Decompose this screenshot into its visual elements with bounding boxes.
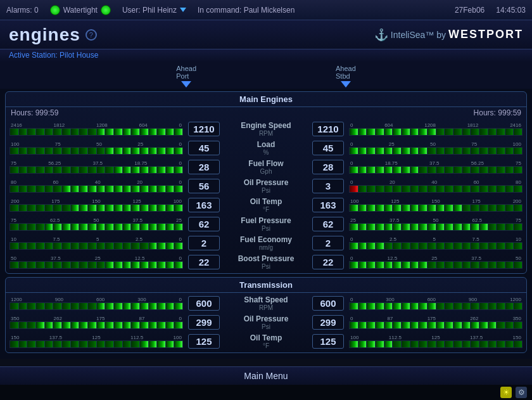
scale-left: 150137.5125112.5100	[10, 335, 183, 340]
bar-left: 150137.5125112.5100	[10, 335, 183, 348]
bar-right: 2537.55062.575	[349, 217, 522, 231]
center-value-right: 163	[307, 198, 349, 212]
value-right: 600	[312, 296, 344, 311]
center-value-left: 28	[183, 160, 225, 174]
scale-right: 100112.5125137.5150	[349, 335, 522, 340]
value-left: 56	[188, 179, 220, 193]
value-right: 28	[312, 160, 344, 174]
scale-left: 107.552.50	[10, 236, 183, 242]
bar-right: 100112.5125137.5150	[349, 335, 522, 348]
user-label: User: Phil Heinz	[122, 6, 177, 15]
engine-row: 5037.52512.50 22 Boost Pressure Psi 22 0…	[10, 253, 522, 271]
stbd-label: AheadStbd	[336, 65, 356, 80]
value-left: 125	[188, 334, 220, 349]
page-title: engines	[9, 25, 80, 45]
scale-left: 7562.55037.525	[10, 217, 183, 223]
bar-right: 087175262350	[349, 316, 522, 329]
engine-row: 2416181212086040 1210 Engine Speed RPM 1…	[10, 120, 522, 138]
settings-icon[interactable]: ⚙	[516, 387, 527, 398]
main-engines-panel: Main Engines Hours: 999:59 Hours: 999:59…	[5, 91, 527, 274]
bar-left-ticks	[10, 321, 183, 329]
center-value-left: 2	[183, 236, 225, 250]
bar-left: 200175150125100	[10, 198, 183, 212]
command-label: In command: Paul Mickelsen	[198, 6, 294, 15]
center-value-right: 28	[307, 160, 349, 174]
engine-rows-container: 2416181212086040 1210 Engine Speed RPM 1…	[6, 119, 526, 273]
scale-left: 200175150125100	[10, 198, 183, 204]
value-right: 163	[312, 198, 344, 212]
date-display: 27Feb06	[455, 6, 484, 15]
stbd-arrow: AheadStbd	[336, 65, 356, 87]
bar-left-ticks	[10, 261, 183, 269]
row-label: Oil Temp °F	[225, 333, 307, 349]
user-dropdown-icon[interactable]	[180, 8, 186, 12]
row-label: Fuel Flow Gph	[225, 159, 307, 175]
hours-left: Hours: 999:59	[11, 108, 58, 117]
row-label: Engine Speed RPM	[225, 121, 307, 137]
scale-left: 1007550250	[10, 141, 183, 147]
hours-right: Hours: 999:59	[474, 108, 521, 117]
bottom-bar: ☀ ⚙	[0, 385, 532, 400]
status-indicator[interactable]: Watertight	[50, 5, 111, 15]
bar-right: 100125150175200	[349, 198, 522, 212]
bar-right-ticks	[349, 204, 522, 212]
center-value-right: 2	[307, 236, 349, 250]
bar-left-ticks	[10, 223, 183, 231]
row-label: Fuel Pressure Psi	[225, 216, 307, 232]
time-display: 14:45:03	[496, 6, 526, 15]
bar-right-ticks	[349, 128, 522, 136]
center-value-left: 125	[183, 334, 225, 349]
center-value-left: 1210	[183, 122, 225, 136]
bar-right-ticks	[349, 340, 522, 348]
engine-row: 200175150125100 163 Oil Temp °F 163 1001…	[10, 196, 522, 214]
value-right: 125	[312, 334, 344, 349]
bar-left-ticks	[10, 147, 183, 155]
scale-right: 0604120818122416	[349, 122, 522, 128]
logo-prefix: InteliSea™ by	[391, 30, 446, 40]
value-right: 1210	[312, 122, 344, 136]
bar-right: 0604120818122416	[349, 122, 522, 136]
bar-left-ticks	[10, 302, 183, 310]
brightness-icon[interactable]: ☀	[500, 387, 512, 398]
bar-left: 1007550250	[10, 141, 183, 155]
scale-right: 087175262350	[349, 316, 522, 321]
transmission-panel: Transmission 12009006003000 600 Shaft Sp…	[5, 277, 527, 353]
center-value-left: 163	[183, 198, 225, 212]
logo: ⚓ InteliSea™ by WESTPORT	[374, 28, 523, 42]
value-left: 163	[188, 198, 220, 212]
alarms-indicator: Alarms: 0	[6, 6, 39, 15]
alarms-label: Alarms: 0	[6, 6, 39, 15]
help-button[interactable]: ?	[86, 29, 97, 41]
bar-left: 107.552.50	[10, 236, 183, 250]
row-label: Boost Pressure Psi	[225, 254, 307, 270]
bar-right-ticks	[349, 321, 522, 329]
user-indicator: User: Phil Heinz	[122, 6, 186, 15]
bar-left-ticks	[10, 242, 183, 250]
transmission-rows-container: 12009006003000 600 Shaft Speed RPM 600 0…	[6, 293, 526, 352]
bar-right-ticks	[349, 223, 522, 231]
engine-row: 7562.55037.525 62 Fuel Pressure Psi 62 2…	[10, 215, 522, 233]
bar-right-ticks	[349, 185, 522, 193]
bar-left-ticks	[10, 128, 183, 136]
main-engines-title: Main Engines	[6, 92, 526, 107]
value-left: 600	[188, 296, 220, 311]
scale-right: 2537.55062.575	[349, 217, 522, 223]
row-label: Fuel Economy nm/g	[225, 235, 307, 251]
port-label: AheadPort	[176, 65, 196, 80]
main-menu-button[interactable]: Main Menu	[0, 366, 532, 385]
bar-right: 02.557.510	[349, 236, 522, 250]
bar-right-ticks	[349, 302, 522, 310]
row-label: Oil Temp °F	[225, 197, 307, 213]
logo-icon: ⚓	[374, 28, 388, 42]
value-left: 62	[188, 217, 220, 231]
center-value-right: 3	[307, 179, 349, 193]
bar-left-ticks	[10, 166, 183, 174]
bar-right: 0255075100	[349, 141, 522, 155]
stbd-down-arrow-icon	[341, 81, 351, 87]
bar-right-ticks	[349, 147, 522, 155]
engine-row: 150137.5125112.5100 125 Oil Temp °F 125 …	[10, 332, 522, 350]
engine-row: 7556.2537.518.750 28 Fuel Flow Gph 28 01…	[10, 158, 522, 176]
bar-left: 7562.55037.525	[10, 217, 183, 231]
bar-left: 12009006003000	[10, 297, 183, 310]
engine-row: 1007550250 45 Load % 45 0255075100	[10, 139, 522, 157]
